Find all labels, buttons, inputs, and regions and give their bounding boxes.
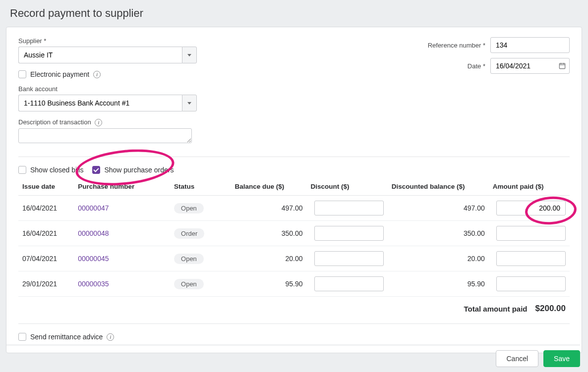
discount-input[interactable]: [314, 251, 384, 266]
cell-discounted-balance: 20.00: [388, 246, 489, 271]
cell-balance-due: 20.00: [231, 246, 306, 271]
date-input[interactable]: [490, 58, 570, 74]
col-status[interactable]: Status: [170, 178, 231, 196]
info-icon[interactable]: i: [107, 333, 114, 341]
show-purchase-orders-checkbox[interactable]: [92, 166, 100, 174]
col-purchase-number[interactable]: Purchase number: [74, 178, 170, 196]
amount-paid-input[interactable]: [496, 276, 566, 291]
bank-account-select[interactable]: [18, 95, 182, 111]
table-row: 29/01/202100000035Open95.9095.90: [18, 271, 570, 297]
col-issue-date[interactable]: Issue date: [18, 178, 74, 196]
electronic-payment-checkbox[interactable]: [18, 70, 26, 78]
reference-label: Reference number: [428, 42, 485, 49]
supplier-dropdown-button[interactable]: [182, 47, 197, 63]
status-badge: Order: [174, 228, 204, 239]
table-row: 16/04/202100000048Order350.00350.00: [18, 221, 570, 246]
table-row: 07/04/202100000045Open20.0020.00: [18, 246, 570, 271]
purchase-number-link[interactable]: 00000045: [78, 255, 109, 263]
info-icon[interactable]: i: [95, 119, 102, 126]
status-badge: Open: [174, 279, 204, 289]
purchase-number-link[interactable]: 00000047: [78, 204, 109, 212]
amount-paid-input[interactable]: [496, 201, 566, 215]
table-row: 16/04/202100000047Open497.00497.00: [18, 196, 570, 221]
cell-issue-date: 07/04/2021: [18, 246, 74, 271]
chevron-down-icon: [187, 102, 191, 105]
col-discount[interactable]: Discount ($): [306, 178, 387, 196]
cell-balance-due: 350.00: [231, 221, 306, 246]
amount-paid-input[interactable]: [496, 226, 566, 241]
save-button[interactable]: Save: [543, 350, 580, 367]
purchase-number-link[interactable]: 00000035: [78, 280, 109, 288]
cell-issue-date: 16/04/2021: [18, 196, 74, 221]
supplier-label: Supplier: [18, 37, 197, 45]
supplier-select[interactable]: [18, 47, 182, 63]
main-panel: Supplier Electronic payment i Bank accou…: [6, 27, 582, 353]
cell-discounted-balance: 95.90: [388, 271, 489, 297]
show-purchase-orders-label[interactable]: Show purchase orders: [104, 166, 174, 174]
total-label: Total amount paid: [464, 305, 527, 313]
bank-account-dropdown-button[interactable]: [182, 95, 197, 111]
cell-issue-date: 29/01/2021: [18, 271, 74, 297]
cell-balance-due: 95.90: [231, 271, 306, 297]
cancel-button[interactable]: Cancel: [496, 350, 538, 367]
send-remittance-checkbox[interactable]: [18, 333, 26, 341]
action-bar: Cancel Save: [6, 345, 580, 367]
table-filters: Show closed bills Show purchase orders: [18, 166, 570, 174]
page-title: Record payment to supplier: [0, 0, 588, 27]
total-amount: $200.00: [535, 304, 566, 314]
col-discounted-balance[interactable]: Discounted balance ($): [388, 178, 489, 196]
cell-discounted-balance: 350.00: [388, 221, 489, 246]
discount-input[interactable]: [314, 226, 384, 241]
status-badge: Open: [174, 254, 204, 264]
discount-input[interactable]: [314, 276, 384, 291]
col-amount-paid[interactable]: Amount paid ($): [489, 178, 570, 196]
status-badge: Open: [174, 203, 204, 213]
info-icon[interactable]: i: [93, 71, 101, 78]
show-closed-bills-checkbox[interactable]: [18, 166, 26, 174]
total-row: Total amount paid $200.00: [18, 297, 570, 316]
col-balance-due[interactable]: Balance due ($): [231, 178, 306, 196]
reference-input[interactable]: [490, 37, 570, 53]
divider: [18, 157, 570, 157]
purchase-number-link[interactable]: 00000048: [78, 229, 109, 237]
cell-balance-due: 497.00: [231, 196, 306, 221]
cell-discounted-balance: 497.00: [388, 196, 489, 221]
date-label: Date: [468, 62, 485, 70]
cell-issue-date: 16/04/2021: [18, 221, 74, 246]
amount-paid-input[interactable]: [496, 251, 566, 266]
chevron-down-icon: [187, 54, 191, 56]
electronic-payment-label[interactable]: Electronic payment: [30, 70, 89, 78]
description-input[interactable]: [18, 128, 192, 143]
show-closed-bills-label[interactable]: Show closed bills: [30, 166, 83, 174]
discount-input[interactable]: [314, 201, 384, 215]
bills-table: Issue date Purchase number Status Balanc…: [18, 178, 570, 297]
description-label: Description of transaction i: [18, 118, 197, 126]
send-remittance-label[interactable]: Send remittance advice: [30, 333, 103, 341]
bank-account-label: Bank account: [18, 85, 197, 93]
